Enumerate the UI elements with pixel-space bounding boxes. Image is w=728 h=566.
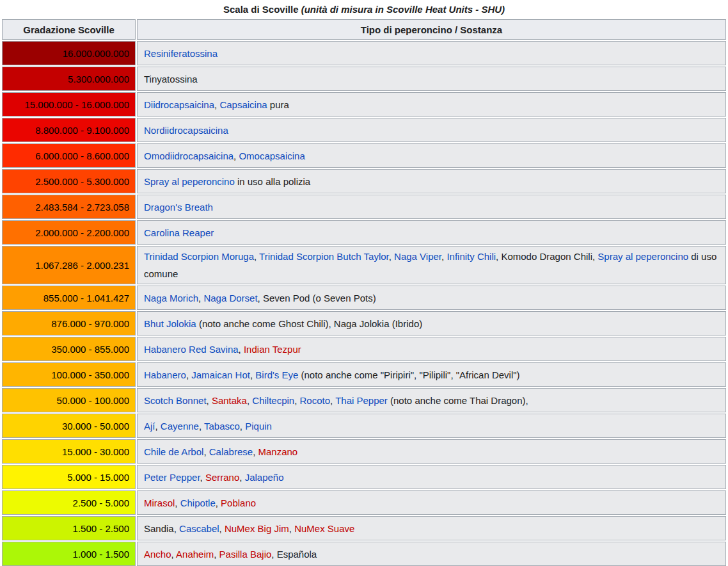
scoville-range-cell: 50.000 - 100.000 — [2, 388, 136, 412]
pepper-redlink[interactable]: Santaka — [212, 395, 247, 406]
pepper-link[interactable]: Trinidad Scorpion Butch Taylor — [259, 251, 389, 262]
pepper-link[interactable]: Resiniferatossina — [144, 48, 218, 59]
pepper-type-cell: Carolina Reaper — [137, 220, 726, 245]
scoville-range-cell: 1.000 - 1.500 — [2, 542, 136, 566]
table-row: 16.000.000.000Resiniferatossina — [2, 41, 726, 65]
pepper-link[interactable]: Jamaican Hot — [191, 369, 250, 380]
pepper-link[interactable]: Naga Morich — [144, 293, 198, 303]
title-main: Scala di Scoville — [223, 4, 299, 15]
table-row: 30.000 - 50.000Ají, Cayenne, Tabasco, Pi… — [2, 414, 726, 438]
pepper-redlink[interactable]: Ancho — [144, 549, 171, 560]
pepper-type-cell: Peter Pepper, Serrano, Jalapeño — [137, 465, 726, 489]
pepper-text: , — [389, 251, 394, 262]
table-row: 15.000 - 30.000Chile de Arbol, Calabrese… — [2, 439, 726, 464]
pepper-link[interactable]: Diidrocapsaicina — [144, 99, 214, 110]
pepper-redlink[interactable]: Pasilla Bajio — [219, 549, 272, 560]
pepper-text: , — [200, 472, 205, 483]
pepper-redlink[interactable]: Indian Tezpur — [244, 344, 301, 355]
col-header-gradazione: Gradazione Scoville — [2, 19, 136, 40]
pepper-link[interactable]: Carolina Reaper — [144, 227, 214, 238]
table-row: 8.800.000 - 9.100.000Nordiidrocapsaicina — [2, 118, 726, 142]
pepper-link[interactable]: Calabrese — [209, 446, 253, 457]
pepper-type-cell: Scotch Bonnet, Santaka, Chiltecpin, Roco… — [137, 388, 726, 412]
pepper-redlink[interactable]: Manzano — [258, 446, 297, 457]
pepper-link[interactable]: Tabasco — [204, 421, 240, 432]
pepper-type-cell: Habanero Red Savina, Indian Tezpur — [137, 337, 726, 361]
pepper-redlink[interactable]: Serrano — [205, 472, 239, 483]
pepper-text: , — [289, 523, 294, 534]
scoville-range-cell: 6.000.000 - 8.600.000 — [2, 143, 136, 168]
pepper-redlink[interactable]: NuMex Big Jim — [225, 523, 289, 534]
table-row: 5.300.000.000Tinyatossina — [2, 67, 726, 91]
scoville-page: Scala di Scoville (unità di misura in Sc… — [0, 0, 728, 566]
pepper-link[interactable]: Capsaicina — [219, 99, 267, 110]
pepper-link[interactable]: Spray al peperoncino — [144, 176, 235, 187]
pepper-link[interactable]: Bird's Eye — [255, 369, 298, 380]
pepper-link[interactable]: Cascabel — [179, 523, 219, 534]
pepper-link[interactable]: Habanero — [144, 369, 186, 380]
col-header-tipo: Tipo di peperoncino / Sostanza — [137, 19, 726, 40]
table-row: 1.067.286 - 2.000.231Trinidad Scorpion M… — [2, 246, 726, 284]
pepper-link[interactable]: Peter Pepper — [144, 472, 200, 483]
pepper-text: , — [239, 472, 244, 483]
table-row: 1.000 - 1.500Ancho, Anaheim, Pasilla Baj… — [2, 542, 726, 566]
pepper-type-cell: Nordiidrocapsaicina — [137, 118, 726, 142]
pepper-type-cell: Naga Morich, Naga Dorset, Seven Pod (o S… — [137, 286, 726, 310]
pepper-text: , — [254, 251, 259, 262]
table-row: 15.000.000 - 16.000.000Diidrocapsaicina,… — [2, 92, 726, 117]
pepper-text: , — [203, 446, 209, 457]
pepper-text: , Española — [271, 549, 317, 560]
pepper-link[interactable]: Habanero Red Savina — [144, 344, 239, 355]
pepper-link[interactable]: Omocapsaicina — [239, 150, 305, 161]
pepper-redlink[interactable]: NuMex Suave — [294, 523, 354, 534]
scoville-range-cell: 2.000.000 - 2.200.000 — [2, 220, 136, 245]
table-body: 16.000.000.000Resiniferatossina5.300.000… — [2, 41, 726, 566]
pepper-type-cell: Tinyatossina — [137, 67, 726, 91]
pepper-link[interactable]: Chipotle — [180, 497, 216, 508]
pepper-text: , — [216, 497, 221, 508]
pepper-redlink[interactable]: Anaheim — [176, 549, 214, 560]
pepper-redlink[interactable]: Poblano — [221, 497, 256, 508]
pepper-link[interactable]: Chile de Arbol — [144, 446, 203, 457]
pepper-type-cell: Omodiidrocapsaicina, Omocapsaicina — [137, 143, 726, 168]
pepper-link[interactable]: Bhut Jolokia — [144, 318, 196, 329]
table-row: 50.000 - 100.000Scotch Bonnet, Santaka, … — [2, 388, 726, 412]
table-row: 6.000.000 - 8.600.000Omodiidrocapsaicina… — [2, 143, 726, 168]
pepper-text: Tinyatossina — [144, 74, 198, 85]
pepper-text: , — [239, 344, 244, 355]
pepper-link[interactable]: Infinity Chili — [447, 251, 496, 262]
table-row: 1.500 - 2.500Sandia, Cascabel, NuMex Big… — [2, 516, 726, 540]
table-title: Scala di Scoville (unità di misura in Sc… — [0, 0, 728, 18]
pepper-link[interactable]: Cayenne — [161, 421, 199, 432]
scoville-range-cell: 2.500 - 5.000 — [2, 490, 136, 515]
table-row: 2.500.000 - 5.300.000Spray al peperoncin… — [2, 169, 726, 193]
pepper-link[interactable]: Trinidad Scorpion Moruga — [144, 251, 254, 262]
header-row: Gradazione Scoville Tipo di peperoncino … — [2, 19, 726, 40]
pepper-link[interactable]: Omodiidrocapsaicina — [144, 150, 233, 161]
pepper-type-cell: Ají, Cayenne, Tabasco, Piquin — [137, 414, 726, 438]
pepper-link[interactable]: Naga Viper — [394, 251, 441, 262]
title-subtitle: (unità di misura in Scoville Heat Units … — [301, 4, 505, 15]
pepper-type-cell: Mirasol, Chipotle, Poblano — [137, 490, 726, 515]
pepper-redlink[interactable]: Mirasol — [144, 497, 175, 508]
table-row: 5.000 - 15.000Peter Pepper, Serrano, Jal… — [2, 465, 726, 489]
pepper-link[interactable]: Piquin — [245, 421, 272, 432]
pepper-text: , — [219, 523, 225, 534]
pepper-text: , — [175, 497, 180, 508]
pepper-link[interactable]: Rocoto — [300, 395, 331, 406]
pepper-link[interactable]: Naga Dorset — [203, 293, 257, 303]
pepper-link[interactable]: Ají — [144, 421, 155, 432]
pepper-text: Sandia, — [144, 523, 179, 534]
pepper-text: , — [171, 549, 177, 560]
pepper-link[interactable]: Jalapeño — [245, 472, 284, 483]
pepper-link[interactable]: Chiltecpin — [252, 395, 294, 406]
pepper-link[interactable]: Thai Pepper — [335, 395, 388, 406]
pepper-link[interactable]: Nordiidrocapsaicina — [144, 125, 228, 136]
pepper-link[interactable]: Dragon's Breath — [144, 202, 213, 213]
scoville-range-cell: 350.000 - 855.000 — [2, 337, 136, 361]
table-row: 2.500 - 5.000Mirasol, Chipotle, Poblano — [2, 490, 726, 515]
pepper-link[interactable]: Scotch Bonnet — [144, 395, 207, 406]
pepper-link[interactable]: Spray al peperoncino — [597, 251, 688, 262]
pepper-type-cell: Habanero, Jamaican Hot, Bird's Eye (noto… — [137, 362, 726, 387]
scoville-range-cell: 2.483.584 - 2.723.058 — [2, 195, 136, 219]
